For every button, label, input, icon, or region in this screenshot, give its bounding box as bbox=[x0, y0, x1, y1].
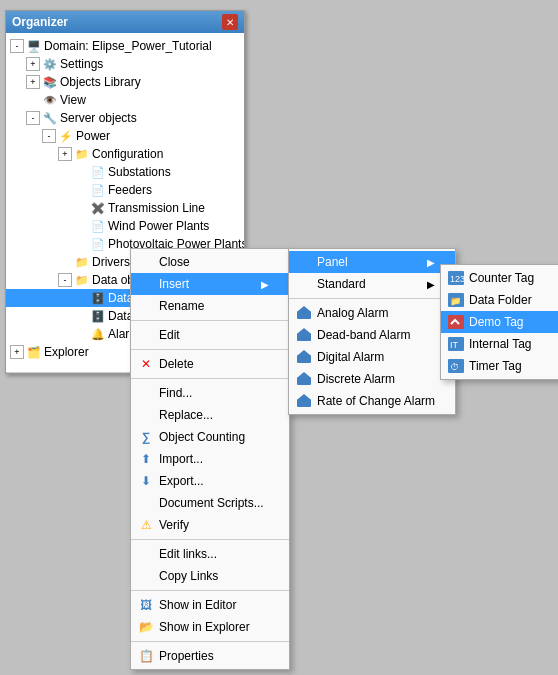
tree-item-settings[interactable]: + ⚙️ Settings bbox=[6, 55, 244, 73]
insert-label: Insert bbox=[159, 277, 251, 291]
menu-item-properties[interactable]: 📋 Properties bbox=[131, 645, 289, 667]
object-counting-icon: ∑ bbox=[137, 428, 155, 446]
show-in-explorer-label: Show in Explorer bbox=[159, 620, 269, 634]
separator-1 bbox=[131, 320, 289, 321]
tree-item-substations[interactable]: 📄 Substations bbox=[6, 163, 244, 181]
tree-label-transmission: Transmission Line bbox=[108, 201, 205, 215]
tree-label-wind: Wind Power Plants bbox=[108, 219, 209, 233]
menu-item-find[interactable]: Find... bbox=[131, 382, 289, 404]
copy-links-icon bbox=[137, 567, 155, 585]
menu-item-delete[interactable]: ✕ Delete bbox=[131, 353, 289, 375]
tree-item-domain[interactable]: - 🖥️ Domain: Elipse_Power_Tutorial bbox=[6, 37, 244, 55]
svg-text:IT: IT bbox=[450, 340, 459, 350]
tree-item-configuration[interactable]: + 📁 Configuration bbox=[6, 145, 244, 163]
objects-library-icon: 📚 bbox=[42, 74, 58, 90]
deadband-alarm-icon bbox=[295, 326, 313, 344]
tree-label-objects-library: Objects Library bbox=[60, 75, 141, 89]
tree-label-explorer: Explorer bbox=[44, 345, 89, 359]
menu-item-analog-alarm[interactable]: Analog Alarm bbox=[289, 302, 455, 324]
tree-item-objects-library[interactable]: + 📚 Objects Library bbox=[6, 73, 244, 91]
menu-item-close[interactable]: Close bbox=[131, 251, 289, 273]
expand-data-objects[interactable]: - bbox=[58, 273, 72, 287]
timer-tag-label: Timer Tag bbox=[469, 359, 558, 373]
panel-icon bbox=[295, 253, 313, 271]
svg-rect-2 bbox=[297, 333, 311, 341]
copy-links-label: Copy Links bbox=[159, 569, 269, 583]
menu-item-digital-alarm[interactable]: Digital Alarm bbox=[289, 346, 455, 368]
menu-item-demo-tag[interactable]: Demo Tag bbox=[441, 311, 558, 333]
expand-power[interactable]: - bbox=[42, 129, 56, 143]
menu-item-internal-tag[interactable]: IT Internal Tag bbox=[441, 333, 558, 355]
verify-icon: ⚠ bbox=[137, 516, 155, 534]
document-scripts-label: Document Scripts... bbox=[159, 496, 269, 510]
expand-configuration[interactable]: + bbox=[58, 147, 72, 161]
context-menu-3: 123 Counter Tag 📁 Data Folder Demo Tag I… bbox=[440, 264, 558, 380]
tree-item-wind[interactable]: 📄 Wind Power Plants bbox=[6, 217, 244, 235]
panel-arrow: ▶ bbox=[427, 257, 435, 268]
substations-icon: 📄 bbox=[90, 164, 106, 180]
menu-item-insert[interactable]: Insert ▶ bbox=[131, 273, 289, 295]
tree-label-settings: Settings bbox=[60, 57, 103, 71]
menu-item-edit-links[interactable]: Edit links... bbox=[131, 543, 289, 565]
tree-item-transmission[interactable]: ✖️ Transmission Line bbox=[6, 199, 244, 217]
tree-item-view[interactable]: 👁️ View bbox=[6, 91, 244, 109]
tree-label-configuration: Configuration bbox=[92, 147, 163, 161]
menu-item-replace[interactable]: Replace... bbox=[131, 404, 289, 426]
properties-label: Properties bbox=[159, 649, 269, 663]
menu-item-show-in-explorer[interactable]: 📂 Show in Explorer bbox=[131, 616, 289, 638]
expand-objects-library[interactable]: + bbox=[26, 75, 40, 89]
menu-item-discrete-alarm[interactable]: Discrete Alarm bbox=[289, 368, 455, 390]
menu-item-verify[interactable]: ⚠ Verify bbox=[131, 514, 289, 536]
counter-tag-label: Counter Tag bbox=[469, 271, 558, 285]
separator-cm2-1 bbox=[289, 298, 455, 299]
explorer-icon: 🗂️ bbox=[26, 344, 42, 360]
tree-item-power[interactable]: - ⚡ Power bbox=[6, 127, 244, 145]
menu-item-timer-tag[interactable]: ⏱ Timer Tag bbox=[441, 355, 558, 377]
expand-explorer[interactable]: + bbox=[10, 345, 24, 359]
tree-item-server-objects[interactable]: - 🔧 Server objects bbox=[6, 109, 244, 127]
demo-tag-icon bbox=[447, 313, 465, 331]
menu-item-show-in-editor[interactable]: 🖼 Show in Editor bbox=[131, 594, 289, 616]
power-icon: ⚡ bbox=[58, 128, 74, 144]
edit-icon bbox=[137, 326, 155, 344]
tree-label-view: View bbox=[60, 93, 86, 107]
menu-item-export[interactable]: ⬇ Export... bbox=[131, 470, 289, 492]
data-folder-icon: 📁 bbox=[447, 291, 465, 309]
feeders-icon: 📄 bbox=[90, 182, 106, 198]
deadband-alarm-label: Dead-band Alarm bbox=[317, 328, 435, 342]
rename-icon bbox=[137, 297, 155, 315]
data-icon: 🗄️ bbox=[90, 290, 106, 306]
alarms-icon: 🔔 bbox=[90, 326, 106, 342]
menu-item-deadband-alarm[interactable]: Dead-band Alarm bbox=[289, 324, 455, 346]
expand-domain[interactable]: - bbox=[10, 39, 24, 53]
menu-item-copy-links[interactable]: Copy Links bbox=[131, 565, 289, 587]
close-label: Close bbox=[159, 255, 269, 269]
data-objects-icon: 📁 bbox=[74, 272, 90, 288]
export-label: Export... bbox=[159, 474, 269, 488]
insert-arrow: ▶ bbox=[261, 279, 269, 290]
menu-item-counter-tag[interactable]: 123 Counter Tag bbox=[441, 267, 558, 289]
menu-item-import[interactable]: ⬆ Import... bbox=[131, 448, 289, 470]
context-menu-1: Close Insert ▶ Rename Edit ✕ Delete Find… bbox=[130, 248, 290, 670]
menu-item-panel[interactable]: Panel ▶ bbox=[289, 251, 455, 273]
svg-rect-8 bbox=[297, 399, 311, 407]
menu-item-document-scripts[interactable]: Document Scripts... bbox=[131, 492, 289, 514]
menu-item-edit[interactable]: Edit bbox=[131, 324, 289, 346]
configuration-icon: 📁 bbox=[74, 146, 90, 162]
menu-item-data-folder[interactable]: 📁 Data Folder bbox=[441, 289, 558, 311]
menu-item-object-counting[interactable]: ∑ Object Counting bbox=[131, 426, 289, 448]
svg-marker-1 bbox=[298, 306, 310, 311]
menu-item-standard[interactable]: Standard ▶ bbox=[289, 273, 455, 295]
svg-marker-7 bbox=[298, 372, 310, 377]
menu-item-rate-of-change-alarm[interactable]: Rate of Change Alarm bbox=[289, 390, 455, 412]
expand-settings[interactable]: + bbox=[26, 57, 40, 71]
expand-server-objects[interactable]: - bbox=[26, 111, 40, 125]
tree-item-feeders[interactable]: 📄 Feeders bbox=[6, 181, 244, 199]
edit-label: Edit bbox=[159, 328, 269, 342]
discrete-alarm-label: Discrete Alarm bbox=[317, 372, 435, 386]
separator-3 bbox=[131, 378, 289, 379]
menu-item-rename[interactable]: Rename bbox=[131, 295, 289, 317]
object-counting-label: Object Counting bbox=[159, 430, 269, 444]
close-button[interactable]: ✕ bbox=[222, 14, 238, 30]
tree-label-domain: Domain: Elipse_Power_Tutorial bbox=[44, 39, 212, 53]
